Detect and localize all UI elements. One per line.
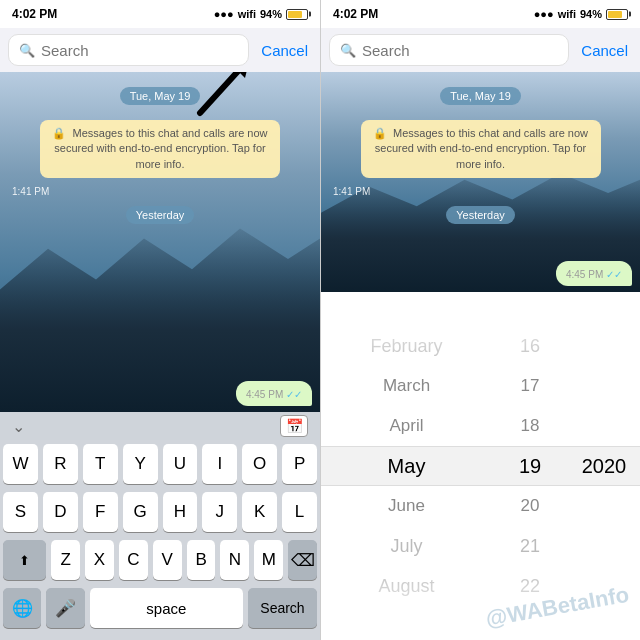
picker-year-spacer3 [568, 406, 640, 446]
calendar-icon-button[interactable]: 📅 [280, 415, 308, 437]
key-l[interactable]: L [282, 492, 317, 532]
signal-icon-right: ●●● [534, 8, 554, 20]
key-b[interactable]: B [187, 540, 216, 580]
picker-year-spacer1 [568, 326, 640, 366]
key-f[interactable]: F [83, 492, 118, 532]
wifi-icon-right: wifi [558, 8, 576, 20]
time-left: 4:02 PM [12, 7, 57, 21]
picker-month-april: April [321, 406, 492, 446]
key-w[interactable]: W [3, 444, 38, 484]
messages-left: Tue, May 19 🔒 Messages to this chat and … [0, 72, 320, 412]
chat-area-left: Tue, May 19 🔒 Messages to this chat and … [0, 72, 320, 412]
key-globe[interactable]: 🌐 [3, 588, 41, 628]
key-j[interactable]: J [202, 492, 237, 532]
picker-month-col[interactable]: February March April May June July Augus… [321, 292, 500, 640]
picker-month-february: February [321, 326, 492, 366]
status-icons-right: ●●● wifi 94% [534, 8, 628, 20]
search-input-wrap-left[interactable]: 🔍 [8, 34, 249, 66]
key-o[interactable]: O [242, 444, 277, 484]
keyboard-left: W R T Y U I O P S D F G H J K L ⬆ Z [0, 440, 320, 640]
date-badge-right: Tue, May 19 [440, 86, 521, 104]
picker-day-16: 16 [500, 326, 560, 366]
key-y[interactable]: Y [123, 444, 158, 484]
picker-month-august: August [321, 566, 492, 606]
search-input-wrap-right[interactable]: 🔍 [329, 34, 569, 66]
picker-day-col[interactable]: 16 17 18 19 20 21 22 [500, 292, 560, 640]
key-v[interactable]: V [153, 540, 182, 580]
key-h[interactable]: H [163, 492, 198, 532]
search-icon-right: 🔍 [340, 43, 356, 58]
system-message-right[interactable]: 🔒 Messages to this chat and calls are no… [361, 120, 601, 178]
key-u[interactable]: U [163, 444, 198, 484]
key-z[interactable]: Z [51, 540, 80, 580]
chat-area-right: Tue, May 19 🔒 Messages to this chat and … [321, 72, 640, 292]
key-m[interactable]: M [254, 540, 283, 580]
check-marks-right: ✓✓ [606, 269, 622, 280]
keyboard-row1: W R T Y U I O P [0, 440, 320, 488]
left-panel: 4:02 PM ●●● wifi 94% 🔍 Cancel [0, 0, 320, 640]
timestamp-right: 1:41 PM [333, 186, 632, 197]
key-s[interactable]: S [3, 492, 38, 532]
battery-icon-left [286, 9, 308, 20]
status-icons-left: ●●● wifi 94% [214, 8, 308, 20]
date-picker[interactable]: @WABetaInfo February March April May Jun… [321, 292, 640, 640]
key-k[interactable]: K [242, 492, 277, 532]
search-input-left[interactable] [41, 42, 238, 59]
date-badge-left: Tue, May 19 [120, 86, 201, 104]
search-bar-left: 🔍 Cancel [0, 28, 320, 72]
app-container: 4:02 PM ●●● wifi 94% 🔍 Cancel [0, 0, 640, 640]
key-search[interactable]: Search [248, 588, 317, 628]
keyboard-row2: S D F G H J K L [0, 488, 320, 536]
msg-meta-right: 4:45 PM ✓✓ [566, 269, 622, 280]
chevron-down-icon[interactable]: ⌄ [12, 417, 25, 436]
keyboard-row4: 🌐 🎤 space Search [0, 584, 320, 632]
keyboard-hint-row: ⌄ 📅 [0, 412, 320, 440]
picker-year-spacer5 [568, 526, 640, 566]
message-bubble-right: 4:45 PM ✓✓ [556, 261, 632, 286]
picker-year-spacer2 [568, 366, 640, 406]
key-p[interactable]: P [282, 444, 317, 484]
keyboard-row3: ⬆ Z X C V B N M ⌫ [0, 536, 320, 584]
search-icon-left: 🔍 [19, 43, 35, 58]
key-x[interactable]: X [85, 540, 114, 580]
check-marks-left: ✓✓ [286, 389, 302, 400]
msg-meta-left: 4:45 PM ✓✓ [246, 389, 302, 400]
picker-month-june: June [321, 486, 492, 526]
yesterday-badge-left: Yesterday [126, 205, 195, 223]
wifi-icon-left: wifi [238, 8, 256, 20]
picker-day-17: 17 [500, 366, 560, 406]
picker-day-21: 21 [500, 526, 560, 566]
messages-right: Tue, May 19 🔒 Messages to this chat and … [321, 72, 640, 292]
picker-highlight-month [321, 446, 500, 486]
signal-icon-left: ●●● [214, 8, 234, 20]
key-n[interactable]: N [220, 540, 249, 580]
battery-pct-left: 94% [260, 8, 282, 20]
picker-day-20: 20 [500, 486, 560, 526]
picker-day-18: 18 [500, 406, 560, 446]
key-d[interactable]: D [43, 492, 78, 532]
timestamp-left: 1:41 PM [12, 186, 312, 197]
key-g[interactable]: G [123, 492, 158, 532]
cancel-button-left[interactable]: Cancel [257, 42, 312, 59]
battery-pct-right: 94% [580, 8, 602, 20]
cancel-button-right[interactable]: Cancel [577, 42, 632, 59]
key-delete[interactable]: ⌫ [288, 540, 317, 580]
right-panel: 4:02 PM ●●● wifi 94% 🔍 Cancel [320, 0, 640, 640]
search-input-right[interactable] [362, 42, 558, 59]
message-bubble-left: 4:45 PM ✓✓ [236, 381, 312, 406]
yesterday-badge-right: Yesterday [446, 205, 515, 223]
picker-year-spacer4 [568, 486, 640, 526]
key-t[interactable]: T [83, 444, 118, 484]
key-r[interactable]: R [43, 444, 78, 484]
status-bar-left: 4:02 PM ●●● wifi 94% [0, 0, 320, 28]
time-right: 4:02 PM [333, 7, 378, 21]
system-message-left[interactable]: 🔒 Messages to this chat and calls are no… [40, 120, 280, 178]
picker-month-march: March [321, 366, 492, 406]
key-c[interactable]: C [119, 540, 148, 580]
key-i[interactable]: I [202, 444, 237, 484]
picker-highlight-year [560, 446, 640, 486]
key-shift[interactable]: ⬆ [3, 540, 46, 580]
status-bar-right: 4:02 PM ●●● wifi 94% [321, 0, 640, 28]
key-space[interactable]: space [90, 588, 243, 628]
key-mic[interactable]: 🎤 [46, 588, 84, 628]
